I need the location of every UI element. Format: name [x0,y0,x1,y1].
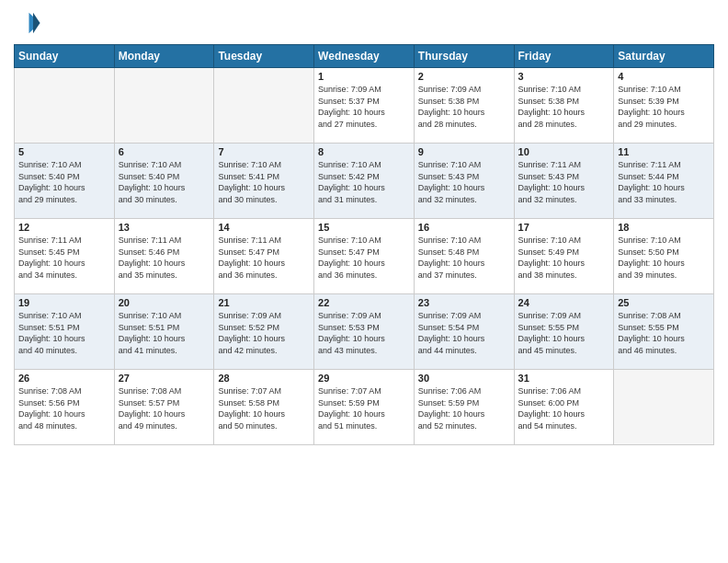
calendar-cell: 28Sunrise: 7:07 AM Sunset: 5:58 PM Dayli… [214,370,314,445]
weekday-header: Sunday [15,45,115,68]
day-info: Sunrise: 7:11 AM Sunset: 5:46 PM Dayligh… [119,235,210,281]
day-number: 2 [418,71,510,82]
header [14,9,714,37]
calendar-cell: 27Sunrise: 7:08 AM Sunset: 5:57 PM Dayli… [114,370,214,445]
day-info: Sunrise: 7:10 AM Sunset: 5:40 PM Dayligh… [119,159,210,205]
calendar-week-row: 19Sunrise: 7:10 AM Sunset: 5:51 PM Dayli… [15,294,714,370]
weekday-header-row: SundayMondayTuesdayWednesdayThursdayFrid… [15,45,714,68]
calendar-week-row: 5Sunrise: 7:10 AM Sunset: 5:40 PM Daylig… [15,144,714,219]
day-info: Sunrise: 7:09 AM Sunset: 5:55 PM Dayligh… [518,310,610,356]
day-info: Sunrise: 7:09 AM Sunset: 5:52 PM Dayligh… [218,310,310,356]
calendar-cell: 19Sunrise: 7:10 AM Sunset: 5:51 PM Dayli… [15,294,115,370]
day-number: 11 [618,146,710,157]
weekday-header: Wednesday [314,45,415,68]
day-number: 12 [18,222,110,233]
calendar-cell: 8Sunrise: 7:10 AM Sunset: 5:42 PM Daylig… [314,144,415,219]
day-info: Sunrise: 7:10 AM Sunset: 5:39 PM Dayligh… [618,84,710,130]
day-info: Sunrise: 7:10 AM Sunset: 5:50 PM Dayligh… [618,235,710,281]
calendar-cell: 14Sunrise: 7:11 AM Sunset: 5:47 PM Dayli… [214,219,314,294]
day-number: 9 [418,146,510,157]
svg-marker-1 [33,13,40,34]
day-info: Sunrise: 7:10 AM Sunset: 5:48 PM Dayligh… [418,235,510,281]
day-number: 18 [618,222,710,233]
day-info: Sunrise: 7:08 AM Sunset: 5:55 PM Dayligh… [618,310,710,356]
day-number: 26 [18,373,110,384]
calendar-cell [15,68,115,144]
calendar-cell: 17Sunrise: 7:10 AM Sunset: 5:49 PM Dayli… [514,219,614,294]
calendar-cell [114,68,214,144]
calendar-cell: 23Sunrise: 7:09 AM Sunset: 5:54 PM Dayli… [414,294,514,370]
day-info: Sunrise: 7:11 AM Sunset: 5:43 PM Dayligh… [518,159,610,205]
day-number: 10 [518,146,610,157]
day-info: Sunrise: 7:10 AM Sunset: 5:43 PM Dayligh… [418,159,510,205]
day-info: Sunrise: 7:08 AM Sunset: 5:56 PM Dayligh… [18,385,110,431]
day-number: 28 [218,373,310,384]
weekday-header: Monday [114,45,214,68]
day-info: Sunrise: 7:10 AM Sunset: 5:47 PM Dayligh… [318,235,410,281]
page: SundayMondayTuesdayWednesdayThursdayFrid… [0,0,728,563]
calendar-cell: 4Sunrise: 7:10 AM Sunset: 5:39 PM Daylig… [614,68,714,144]
day-number: 15 [318,222,410,233]
calendar-cell: 1Sunrise: 7:09 AM Sunset: 5:37 PM Daylig… [314,68,415,144]
day-info: Sunrise: 7:11 AM Sunset: 5:45 PM Dayligh… [18,235,110,281]
calendar-cell: 25Sunrise: 7:08 AM Sunset: 5:55 PM Dayli… [614,294,714,370]
logo [14,9,45,37]
day-number: 3 [518,71,610,82]
calendar-cell: 10Sunrise: 7:11 AM Sunset: 5:43 PM Dayli… [514,144,614,219]
day-number: 31 [518,373,610,384]
calendar-cell: 6Sunrise: 7:10 AM Sunset: 5:40 PM Daylig… [114,144,214,219]
day-info: Sunrise: 7:11 AM Sunset: 5:47 PM Dayligh… [218,235,310,281]
day-info: Sunrise: 7:09 AM Sunset: 5:53 PM Dayligh… [318,310,410,356]
day-info: Sunrise: 7:10 AM Sunset: 5:51 PM Dayligh… [119,310,210,356]
calendar-week-row: 12Sunrise: 7:11 AM Sunset: 5:45 PM Dayli… [15,219,714,294]
day-number: 23 [418,297,510,308]
calendar-cell: 15Sunrise: 7:10 AM Sunset: 5:47 PM Dayli… [314,219,415,294]
calendar-cell: 30Sunrise: 7:06 AM Sunset: 5:59 PM Dayli… [414,370,514,445]
calendar-cell: 26Sunrise: 7:08 AM Sunset: 5:56 PM Dayli… [15,370,115,445]
day-number: 8 [318,146,410,157]
day-number: 27 [119,373,210,384]
calendar-cell: 7Sunrise: 7:10 AM Sunset: 5:41 PM Daylig… [214,144,314,219]
day-number: 4 [618,71,710,82]
day-number: 1 [318,71,410,82]
day-info: Sunrise: 7:09 AM Sunset: 5:37 PM Dayligh… [318,84,410,130]
day-info: Sunrise: 7:10 AM Sunset: 5:49 PM Dayligh… [518,235,610,281]
day-info: Sunrise: 7:07 AM Sunset: 5:59 PM Dayligh… [318,385,410,431]
weekday-header: Saturday [614,45,714,68]
day-number: 29 [318,373,410,384]
day-number: 13 [119,222,210,233]
calendar-week-row: 26Sunrise: 7:08 AM Sunset: 5:56 PM Dayli… [15,370,714,445]
day-number: 6 [119,146,210,157]
weekday-header: Tuesday [214,45,314,68]
day-info: Sunrise: 7:09 AM Sunset: 5:54 PM Dayligh… [418,310,510,356]
calendar-cell [614,370,714,445]
day-number: 25 [618,297,710,308]
day-number: 19 [18,297,110,308]
day-info: Sunrise: 7:10 AM Sunset: 5:41 PM Dayligh… [218,159,310,205]
calendar-cell: 22Sunrise: 7:09 AM Sunset: 5:53 PM Dayli… [314,294,415,370]
day-number: 16 [418,222,510,233]
calendar-cell: 31Sunrise: 7:06 AM Sunset: 6:00 PM Dayli… [514,370,614,445]
weekday-header: Thursday [414,45,514,68]
calendar-cell: 18Sunrise: 7:10 AM Sunset: 5:50 PM Dayli… [614,219,714,294]
day-number: 5 [18,146,110,157]
day-info: Sunrise: 7:08 AM Sunset: 5:57 PM Dayligh… [119,385,210,431]
calendar-cell [214,68,314,144]
day-info: Sunrise: 7:10 AM Sunset: 5:42 PM Dayligh… [318,159,410,205]
calendar-cell: 16Sunrise: 7:10 AM Sunset: 5:48 PM Dayli… [414,219,514,294]
calendar-week-row: 1Sunrise: 7:09 AM Sunset: 5:37 PM Daylig… [15,68,714,144]
day-number: 22 [318,297,410,308]
weekday-header: Friday [514,45,614,68]
day-info: Sunrise: 7:10 AM Sunset: 5:40 PM Dayligh… [18,159,110,205]
day-info: Sunrise: 7:07 AM Sunset: 5:58 PM Dayligh… [218,385,310,431]
logo-icon [14,9,41,37]
day-number: 14 [218,222,310,233]
calendar-table: SundayMondayTuesdayWednesdayThursdayFrid… [14,44,714,445]
day-info: Sunrise: 7:10 AM Sunset: 5:38 PM Dayligh… [518,84,610,130]
day-number: 30 [418,373,510,384]
calendar-cell: 5Sunrise: 7:10 AM Sunset: 5:40 PM Daylig… [15,144,115,219]
calendar-cell: 20Sunrise: 7:10 AM Sunset: 5:51 PM Dayli… [114,294,214,370]
calendar-cell: 11Sunrise: 7:11 AM Sunset: 5:44 PM Dayli… [614,144,714,219]
calendar-cell: 13Sunrise: 7:11 AM Sunset: 5:46 PM Dayli… [114,219,214,294]
day-info: Sunrise: 7:06 AM Sunset: 6:00 PM Dayligh… [518,385,610,431]
